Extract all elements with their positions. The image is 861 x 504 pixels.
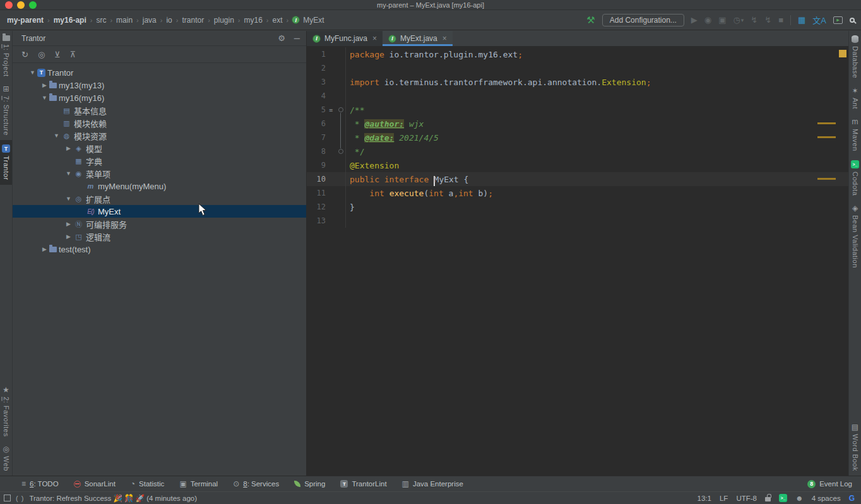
breadcrumb-item[interactable]: ext <box>272 16 283 25</box>
unlock-icon[interactable] <box>765 497 771 501</box>
breadcrumb-item[interactable]: src <box>95 16 107 25</box>
tool-button-ant[interactable]: ✶Ant <box>849 83 861 114</box>
locate-icon[interactable]: ◎ <box>38 50 45 59</box>
line-number[interactable]: 9 <box>307 161 326 170</box>
line-number[interactable]: 2 <box>307 64 326 73</box>
code-line[interactable]: 9@Extension <box>307 158 848 172</box>
line-number[interactable]: 13 <box>307 216 326 225</box>
code-line[interactable]: 10public interface MyExt { <box>307 172 848 186</box>
inspection-indicator-icon[interactable] <box>839 50 846 57</box>
gear-icon[interactable]: ⚙ <box>278 33 285 43</box>
robot-icon[interactable]: ☻ <box>795 494 804 503</box>
line-number[interactable]: 8 <box>307 147 326 156</box>
event-log-button[interactable]: 8Event Log <box>807 480 852 488</box>
line-number[interactable]: 6 <box>307 119 326 128</box>
file-encoding[interactable]: UTF-8 <box>736 495 757 502</box>
breadcrumb-item[interactable]: java <box>142 16 157 25</box>
tree-item[interactable]: ▼TTrantor <box>13 66 306 79</box>
terminal-button[interactable]: ▣Terminal <box>179 479 218 488</box>
translate-icon[interactable]: 文A <box>812 14 826 26</box>
warning-stripe-mark[interactable] <box>817 136 836 138</box>
tool-button-bean-validation[interactable]: ◈Bean Validation <box>849 200 861 273</box>
tv-preview-icon[interactable]: ▸ <box>833 16 843 24</box>
code-line[interactable]: 8 */ <box>307 144 848 158</box>
tree-item[interactable]: ▤基本信息 <box>13 104 306 117</box>
line-number[interactable]: 7 <box>307 133 326 142</box>
tree-item[interactable]: ▦字典 <box>13 155 306 167</box>
tool-button-database[interactable]: Database <box>849 31 861 83</box>
tool-button-word-book[interactable]: ▤Word Book <box>849 419 861 476</box>
code-line[interactable]: 13 <box>307 214 848 228</box>
sonarlint-button[interactable]: SonarLint <box>74 480 116 488</box>
coverage-icon[interactable]: ▣ <box>718 15 726 25</box>
status-message[interactable]: Trantor: Refresh Success 🎉 🎊 🚀 (4 minute… <box>29 494 197 503</box>
refresh-icon[interactable]: ↻ <box>21 50 28 59</box>
collapse-all-icon[interactable]: ⊼ <box>70 50 76 59</box>
tool-button-codota[interactable]: >_Codota <box>849 156 861 200</box>
google-icon[interactable]: G <box>849 494 855 503</box>
chevron-down-icon[interactable]: ▼ <box>64 170 73 177</box>
tree-item[interactable]: ▼◉菜单项 <box>13 167 306 180</box>
breadcrumb-item[interactable]: trantor <box>181 16 205 25</box>
tree-item[interactable]: ▥模块依赖 <box>13 117 306 129</box>
warning-stripe-mark[interactable] <box>817 178 836 180</box>
add-configuration-button[interactable]: Add Configuration... <box>602 14 684 26</box>
tree-item[interactable]: ▶◳逻辑流 <box>13 230 306 243</box>
code-line[interactable]: 5≡/** <box>307 103 848 117</box>
codota-status-icon[interactable]: >_ <box>779 494 787 502</box>
editor-tab[interactable]: IMyFunc.java× <box>307 31 383 46</box>
expand-all-icon[interactable]: ⊻ <box>54 50 61 59</box>
chevron-right-icon[interactable]: ▶ <box>64 145 73 151</box>
line-number[interactable]: 3 <box>307 78 326 86</box>
tree-item[interactable]: ▼◍模块资源 <box>13 129 306 142</box>
statistic-button[interactable]: ◔Statistic <box>131 479 165 488</box>
chevron-right-icon[interactable]: ▶ <box>40 246 49 252</box>
tree-item[interactable]: ▶◈模型 <box>13 142 306 155</box>
tree-item[interactable]: ▶test(test) <box>13 243 306 255</box>
run-bolt-icon[interactable]: ↯ <box>751 15 757 25</box>
code-line[interactable]: 7 * @date: 2021/4/5 <box>307 131 848 144</box>
minimize-window-button[interactable] <box>17 1 25 9</box>
tree-item[interactable]: ▼my16(my16) <box>13 91 306 104</box>
hide-tool-window-icon[interactable]: ─ <box>294 33 300 43</box>
chevron-right-icon[interactable]: ▶ <box>64 221 73 227</box>
fold-marker-icon[interactable] <box>338 107 343 112</box>
chevron-right-icon[interactable]: ▶ <box>40 82 49 88</box>
tool-button-trantor[interactable]: TTrantor <box>0 140 12 185</box>
maximize-window-button[interactable] <box>29 1 37 9</box>
search-everywhere-icon[interactable] <box>850 18 855 23</box>
breadcrumb-item[interactable]: IMyExt <box>292 16 324 25</box>
breadcrumb-item[interactable]: my16 <box>244 16 263 25</box>
todo-button[interactable]: ≡6: TODO <box>21 479 59 488</box>
code-line[interactable]: 3import io.terminus.trantorframework.api… <box>307 75 848 89</box>
chevron-down-icon[interactable]: ▼ <box>64 196 73 202</box>
tree-item[interactable]: ▶my13(my13) <box>13 79 306 91</box>
line-number[interactable]: 4 <box>307 91 326 100</box>
tool-button-web[interactable]: ◎Web <box>0 441 12 476</box>
background-task-icon[interactable]: ( ) <box>16 495 24 502</box>
caret-position[interactable]: 13:1 <box>698 495 711 502</box>
project-structure-icon[interactable]: ▦ <box>798 15 805 25</box>
tool-button-favorites[interactable]: ★2: Favorites <box>0 382 12 441</box>
chevron-right-icon[interactable]: ▶ <box>64 233 73 240</box>
editor-tab-active[interactable]: IMyExt.java× <box>383 31 453 46</box>
breadcrumb-item[interactable]: my16-api <box>53 16 87 25</box>
close-icon[interactable]: × <box>372 34 377 43</box>
tree-item[interactable]: mmyMenu(myMenu) <box>13 180 306 192</box>
trantorlint-button[interactable]: TTrantorLint <box>340 480 386 488</box>
services-button[interactable]: ⊙8: Services <box>233 479 279 488</box>
breadcrumb-item[interactable]: plugin <box>213 16 235 25</box>
line-number[interactable]: 12 <box>307 202 326 211</box>
tool-button-structure[interactable]: ⊞7: Structure <box>0 81 12 140</box>
warning-stripe-mark[interactable] <box>817 122 836 124</box>
java-enterprise-button[interactable]: ▥Java Enterprise <box>402 479 463 488</box>
run-icon[interactable]: ▶ <box>691 15 698 25</box>
build-hammer-icon[interactable]: ⚒ <box>586 15 595 26</box>
code-line[interactable]: 1package io.trantor.plugin.my16.ext; <box>307 47 848 61</box>
chevron-down-icon[interactable]: ▼ <box>28 69 37 76</box>
line-number[interactable]: 5 <box>307 105 326 114</box>
indent-config[interactable]: 4 spaces <box>812 495 841 502</box>
tree-item[interactable]: ▶Ⓝ可编排服务 <box>13 218 306 230</box>
line-number[interactable]: 11 <box>307 189 326 197</box>
code-line[interactable]: 11 int execute(int a,int b); <box>307 186 848 200</box>
